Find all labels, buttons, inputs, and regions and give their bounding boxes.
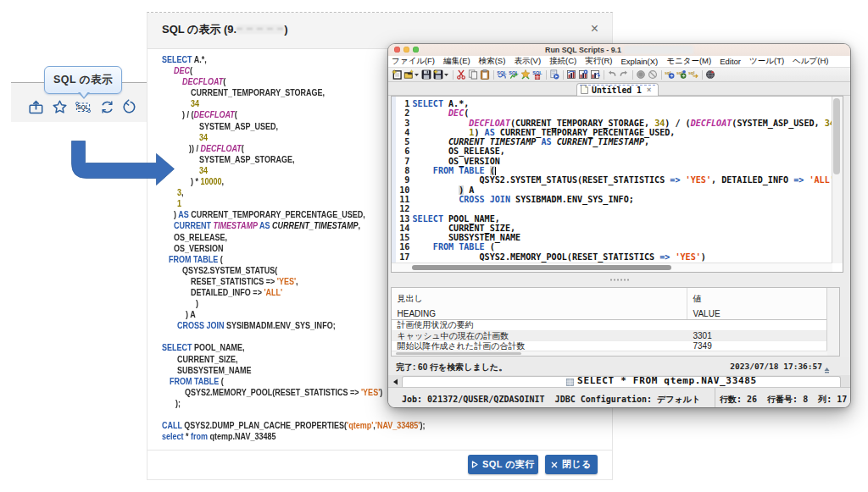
code-line: DETAILED_INFO => 'ALL' bbox=[162, 287, 426, 298]
run-selected-icon[interactable] bbox=[520, 69, 531, 80]
line-number: 15 bbox=[396, 233, 410, 242]
open-dropdown-caret[interactable] bbox=[414, 69, 420, 80]
result-row[interactable]: キャッシュ中の現在の計画数3301 bbox=[392, 331, 827, 342]
code-line: 34 bbox=[162, 165, 426, 176]
explain-while-running-icon[interactable] bbox=[590, 69, 600, 80]
code-line: QSYS2.SYSTEM_STATUS(RESET_STATISTICS => … bbox=[413, 175, 836, 185]
column-divider[interactable] bbox=[687, 288, 687, 319]
dialog-sql-code: SELECT A.*,DEC(DECFLOAT(CURRENT_TEMPORAR… bbox=[162, 54, 426, 442]
line-number: 5 bbox=[396, 137, 410, 146]
line-number: 16 bbox=[396, 242, 410, 252]
result-row[interactable]: 計画使用状況の要約 bbox=[392, 320, 827, 331]
svg-text:SQL: SQL bbox=[497, 70, 507, 75]
close-dialog-button[interactable]: 閉じる bbox=[545, 455, 598, 474]
save-dropdown-caret[interactable] bbox=[443, 69, 449, 80]
window-titlebar[interactable]: Run SQL Scripts - 9.1 bbox=[388, 44, 850, 56]
stop-icon[interactable] bbox=[648, 69, 658, 80]
previous-result-tab-button[interactable] bbox=[391, 377, 400, 386]
cut-icon[interactable] bbox=[456, 69, 466, 80]
flow-arrow bbox=[66, 137, 178, 193]
record-icon[interactable] bbox=[636, 69, 646, 80]
menu-item[interactable]: 検索(S) bbox=[479, 56, 506, 67]
results-hscroll-thumb[interactable] bbox=[396, 352, 521, 355]
line-number: 3 bbox=[396, 119, 410, 128]
run-sql-button[interactable]: SQL の実行 bbox=[468, 455, 538, 474]
new-sql-script-icon[interactable] bbox=[392, 69, 402, 80]
show-sql-icon[interactable]: SQL bbox=[75, 99, 91, 115]
tab-untitled-1[interactable]: Untitled 1 × bbox=[576, 83, 659, 96]
code-line bbox=[413, 204, 836, 213]
menu-item[interactable]: 実行(R) bbox=[585, 56, 612, 67]
insert-sql-gold-icon[interactable]: sql bbox=[688, 69, 698, 80]
open-icon[interactable] bbox=[403, 69, 414, 80]
refresh-icon[interactable] bbox=[99, 99, 115, 115]
toolbar-separator bbox=[604, 70, 604, 80]
insert-sql-green-icon[interactable]: sql bbox=[676, 69, 687, 80]
code-line: RESET_STATISTICS => 'YES', bbox=[162, 276, 426, 287]
results-grid[interactable]: 見出し HEADING 値 VALUE 計画使用状況の要約キャッシュ中の現在の計… bbox=[391, 287, 840, 357]
code-line: CURRENT_TEMPORARY_STORAGE, bbox=[162, 87, 426, 98]
favorite-star-icon[interactable] bbox=[52, 99, 68, 115]
menu-item[interactable]: 表示(V) bbox=[514, 56, 541, 67]
tab-close-icon[interactable]: × bbox=[647, 86, 651, 94]
code-line: FROM TABLE ( bbox=[162, 254, 426, 265]
play-icon bbox=[471, 461, 478, 468]
run-sql-label: SQL の実行 bbox=[482, 458, 535, 471]
code-line: SELECT POOL_NAME, bbox=[413, 214, 836, 224]
menu-item[interactable]: Explain(X) bbox=[620, 57, 658, 66]
dialog-close-button[interactable]: × bbox=[591, 21, 598, 36]
editor-vscroll-thumb[interactable] bbox=[833, 98, 840, 174]
tab-label: Untitled 1 bbox=[592, 85, 642, 96]
menu-item[interactable]: Editor bbox=[720, 57, 741, 66]
copy-icon[interactable] bbox=[468, 69, 478, 80]
line-number: 4 bbox=[396, 128, 410, 137]
menu-item[interactable]: 接続(C) bbox=[549, 56, 576, 67]
reset-icon[interactable] bbox=[121, 99, 137, 115]
editor-code[interactable]: SELECT A.*, DEC( DECFLOAT(CURRENT_TEMPOR… bbox=[413, 99, 836, 263]
sql-editor[interactable]: 1234567891011121314151617 SELECT A.*, DE… bbox=[391, 96, 843, 273]
run-all-icon[interactable]: SQL bbox=[509, 69, 519, 80]
code-line: SYSTEM_ASP_USED, bbox=[162, 121, 426, 132]
line-number: 6 bbox=[396, 146, 410, 156]
save-icon[interactable] bbox=[421, 69, 431, 80]
code-line: CROSS JOIN SYSIBMADM.ENV_SYS_INFO; bbox=[162, 320, 426, 331]
run-sql-scripts-window: Run SQL Scripts - 9.1 ファイル(F)編集(E)検索(S)表… bbox=[388, 44, 850, 407]
svg-text:SQL: SQL bbox=[77, 104, 89, 111]
run-from-current-icon[interactable]: SQL bbox=[532, 69, 542, 80]
toolbar-separator bbox=[702, 70, 703, 80]
sql-syntax-check-icon[interactable]: SQL bbox=[497, 69, 507, 80]
redo-icon[interactable] bbox=[619, 69, 629, 80]
tooltip-show-sql: SQL の表示 bbox=[44, 66, 122, 94]
editor-vertical-scrollbar[interactable] bbox=[832, 97, 843, 263]
menu-item[interactable]: ヘルプ(H) bbox=[793, 56, 828, 67]
svg-text:sql: sql bbox=[688, 70, 695, 75]
save-results-icon[interactable] bbox=[433, 69, 443, 80]
editor-hscroll-thumb[interactable] bbox=[412, 265, 671, 270]
menu-item[interactable]: 編集(E) bbox=[443, 56, 470, 67]
connection-icon[interactable] bbox=[705, 69, 715, 80]
results-vertical-scrollbar[interactable] bbox=[826, 288, 839, 356]
splitter[interactable] bbox=[388, 273, 850, 287]
export-icon[interactable] bbox=[28, 99, 44, 115]
result-tab[interactable]: SELECT * FROM qtemp.NAV_33485 bbox=[402, 376, 841, 387]
explain-icon[interactable] bbox=[566, 69, 576, 80]
insert-sql-blue-icon[interactable]: sql bbox=[665, 69, 675, 80]
results-horizontal-scrollbar[interactable] bbox=[392, 351, 827, 356]
editor-horizontal-scrollbar[interactable] bbox=[392, 263, 832, 272]
line-number: 13 bbox=[396, 214, 410, 224]
run-and-explain-icon[interactable] bbox=[578, 69, 588, 80]
code-line: CROSS JOIN SYSIBMADM.ENV_SYS_INFO; bbox=[413, 195, 836, 204]
code-line: DEC( bbox=[413, 108, 836, 118]
undo-icon[interactable] bbox=[607, 69, 617, 80]
paste-icon[interactable] bbox=[480, 69, 490, 80]
splitter-grip-icon[interactable] bbox=[609, 279, 630, 281]
menu-item[interactable]: ツール(T) bbox=[749, 56, 784, 67]
code-line: DECFLOAT( bbox=[162, 76, 426, 87]
toolbar-separator bbox=[493, 70, 494, 80]
run-script-icon[interactable] bbox=[549, 69, 559, 80]
toolbar-separator bbox=[563, 70, 564, 80]
code-line bbox=[162, 409, 426, 420]
line-number: 7 bbox=[396, 157, 410, 166]
menu-item[interactable]: モニター(M) bbox=[666, 56, 711, 67]
menu-item[interactable]: ファイル(F) bbox=[392, 56, 435, 67]
